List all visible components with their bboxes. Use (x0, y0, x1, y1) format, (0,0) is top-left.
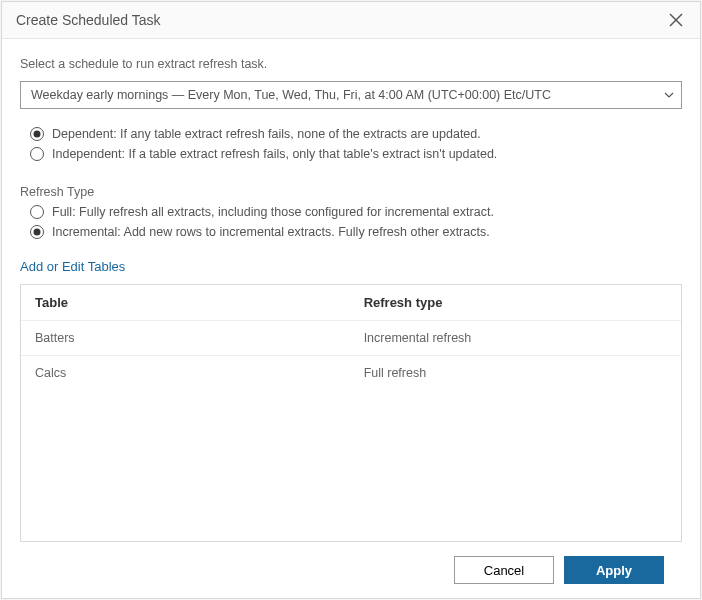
table-row[interactable]: Batters Incremental refresh (21, 320, 681, 355)
radio-icon (30, 147, 44, 161)
refresh-type-option-full[interactable]: Full: Fully refresh all extracts, includ… (30, 205, 682, 219)
dependency-option-dependent[interactable]: Dependent: If any table extract refresh … (30, 127, 682, 141)
add-edit-tables-link[interactable]: Add or Edit Tables (20, 259, 682, 274)
dialog-footer: Cancel Apply (20, 542, 682, 598)
close-button[interactable] (666, 10, 686, 30)
radio-icon (30, 127, 44, 141)
table-cell-refresh-type: Incremental refresh (364, 331, 667, 345)
refresh-type-radio-group: Full: Fully refresh all extracts, includ… (30, 205, 682, 245)
dialog-title: Create Scheduled Task (16, 12, 161, 28)
radio-label: Independent: If a table extract refresh … (52, 147, 497, 161)
create-scheduled-task-dialog: Create Scheduled Task Select a schedule … (1, 1, 701, 599)
dependency-radio-group: Dependent: If any table extract refresh … (30, 127, 682, 167)
table-header-refresh-type: Refresh type (364, 295, 667, 310)
table-row[interactable]: Calcs Full refresh (21, 355, 681, 390)
refresh-type-option-incremental[interactable]: Incremental: Add new rows to incremental… (30, 225, 682, 239)
cancel-button[interactable]: Cancel (454, 556, 554, 584)
schedule-select-wrap: Weekday early mornings — Every Mon, Tue,… (20, 81, 682, 109)
table-header-table: Table (35, 295, 364, 310)
dialog-header: Create Scheduled Task (2, 2, 700, 39)
radio-label: Incremental: Add new rows to incremental… (52, 225, 490, 239)
refresh-type-label: Refresh Type (20, 185, 682, 199)
radio-icon (30, 205, 44, 219)
table-cell-refresh-type: Full refresh (364, 366, 667, 380)
apply-button[interactable]: Apply (564, 556, 664, 584)
table-cell-name: Calcs (35, 366, 364, 380)
dependency-option-independent[interactable]: Independent: If a table extract refresh … (30, 147, 682, 161)
schedule-select[interactable]: Weekday early mornings — Every Mon, Tue,… (20, 81, 682, 109)
radio-label: Dependent: If any table extract refresh … (52, 127, 481, 141)
dialog-body: Select a schedule to run extract refresh… (2, 39, 700, 598)
tables-panel: Table Refresh type Batters Incremental r… (20, 284, 682, 542)
table-cell-name: Batters (35, 331, 364, 345)
radio-icon (30, 225, 44, 239)
instruction-text: Select a schedule to run extract refresh… (20, 57, 682, 71)
table-header-row: Table Refresh type (21, 285, 681, 320)
radio-label: Full: Fully refresh all extracts, includ… (52, 205, 494, 219)
close-icon (669, 13, 683, 27)
